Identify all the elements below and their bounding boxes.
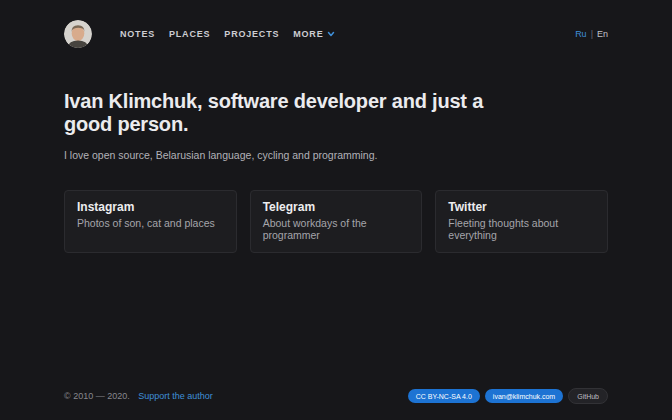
card-instagram-description: Photos of son, cat and places <box>77 217 224 229</box>
avatar-photo <box>64 20 92 48</box>
badge-email[interactable]: ivan@klimchuk.com <box>485 389 563 403</box>
page-title: Ivan Klimchuk, software developer and ju… <box>64 90 484 136</box>
copyright-text: © 2010 — 2020. <box>64 391 130 401</box>
footer-copyright-area: © 2010 — 2020. Support the author <box>64 391 213 401</box>
nav-item-places-label: PLACES <box>169 29 210 39</box>
card-telegram-title: Telegram <box>263 200 410 214</box>
lang-link-ru[interactable]: Ru <box>575 29 587 39</box>
lang-separator: | <box>591 29 593 39</box>
page-container: NOTES PLACES PROJECTS MORE Ru | En Ivan … <box>0 20 672 253</box>
card-twitter[interactable]: Twitter Fleeting thoughts about everythi… <box>435 190 608 253</box>
card-twitter-description: Fleeting thoughts about everything <box>448 217 595 241</box>
footer-badges: CC BY-NC-SA 4.0 ivan@klimchuk.com GitHub <box>408 388 608 404</box>
card-instagram-title: Instagram <box>77 200 224 214</box>
badge-github[interactable]: GitHub <box>568 388 608 404</box>
card-telegram[interactable]: Telegram About workdays of the programme… <box>250 190 423 253</box>
card-instagram[interactable]: Instagram Photos of son, cat and places <box>64 190 237 253</box>
nav-item-notes-label: NOTES <box>120 29 155 39</box>
nav-item-projects[interactable]: PROJECTS <box>224 29 279 39</box>
language-switcher: Ru | En <box>575 29 608 39</box>
nav-item-notes[interactable]: NOTES <box>120 29 155 39</box>
nav-item-places[interactable]: PLACES <box>169 29 210 39</box>
hero-section: Ivan Klimchuk, software developer and ju… <box>64 90 608 161</box>
chevron-down-icon <box>327 30 335 38</box>
card-twitter-title: Twitter <box>448 200 595 214</box>
social-cards: Instagram Photos of son, cat and places … <box>64 190 608 253</box>
card-telegram-description: About workdays of the programmer <box>263 217 410 241</box>
main-nav: NOTES PLACES PROJECTS MORE <box>106 29 335 39</box>
nav-item-projects-label: PROJECTS <box>224 29 279 39</box>
nav-item-more-label: MORE <box>293 29 323 39</box>
avatar[interactable] <box>64 20 92 48</box>
footer: © 2010 — 2020. Support the author CC BY-… <box>64 388 608 404</box>
lang-link-en[interactable]: En <box>597 29 608 39</box>
page-subtitle: I love open source, Belarusian language,… <box>64 149 608 161</box>
badge-license[interactable]: CC BY-NC-SA 4.0 <box>408 389 480 403</box>
support-author-link[interactable]: Support the author <box>138 391 213 401</box>
header: NOTES PLACES PROJECTS MORE Ru | En <box>64 20 608 48</box>
nav-item-more[interactable]: MORE <box>293 29 335 39</box>
